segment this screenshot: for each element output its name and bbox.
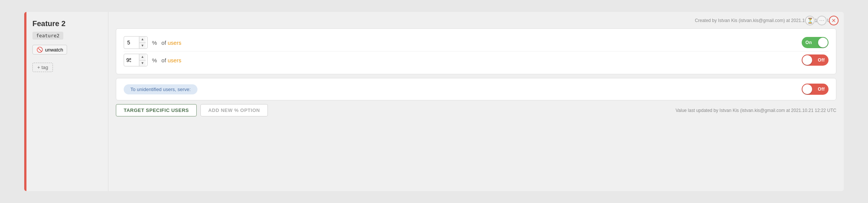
unidentified-row: To unidentified users, serve: Off (124, 84, 829, 95)
updated-meta: Value last updated by Istvan Kis (istvan… (272, 108, 836, 113)
feature-slug: feature2 (32, 32, 63, 40)
of-label-2: of users (161, 57, 181, 63)
percent-sign-2: % (152, 57, 157, 63)
users-link-2[interactable]: users (168, 57, 181, 63)
left-panel: Feature 2 feature2 🚫 unwatch + tag (26, 12, 108, 191)
spin-buttons-2: ▲ ▼ (139, 54, 146, 66)
toggle-2[interactable]: Off (802, 54, 829, 66)
created-meta: Created by Istvan Kis (istvan.kis@gmail.… (116, 18, 836, 23)
bottom-bar: TARGET SPECIFIC USERS ADD NEW % OPTION V… (116, 104, 836, 116)
eye-icon: 🚫 (37, 47, 43, 53)
users-link-1[interactable]: users (168, 40, 181, 46)
toggle-knob-2 (802, 55, 812, 65)
spin-down-1[interactable]: ▼ (139, 43, 146, 49)
toggle-off-unidentified[interactable]: Off (802, 84, 829, 95)
add-tag-button[interactable]: + tag (32, 63, 53, 72)
unwatch-button[interactable]: 🚫 unwatch (32, 45, 67, 54)
toggle-unidentified[interactable]: Off (802, 84, 829, 95)
close-icon[interactable]: ✕ (829, 16, 839, 25)
feature-title: Feature 2 (32, 19, 102, 28)
spin-buttons-1: ▲ ▼ (139, 36, 146, 49)
percent-input-1[interactable]: ▲ ▼ (124, 36, 148, 49)
percent-value-1[interactable] (124, 39, 139, 46)
toggle-off-2[interactable]: Off (802, 54, 829, 66)
add-new-option-button[interactable]: ADD NEW % OPTION (200, 104, 268, 116)
percent-rows-card: ▲ ▼ % of users On (116, 28, 836, 74)
toggle-1[interactable]: On (802, 37, 829, 48)
main-content: ⏳ ⋯ ✕ Created by Istvan Kis (istvan.kis@… (108, 12, 844, 191)
percent-value-2[interactable] (124, 56, 139, 64)
spin-up-2[interactable]: ▲ (139, 54, 146, 60)
serve-badge: To unidentified users, serve: (124, 84, 197, 94)
percent-input-2[interactable]: ▲ ▼ (124, 54, 148, 66)
main-panel: Feature 2 feature2 🚫 unwatch + tag ⏳ ⋯ ✕… (24, 12, 844, 191)
history-icon[interactable]: ⏳ (805, 16, 815, 25)
spin-down-2[interactable]: ▼ (139, 60, 146, 67)
percent-row-2: ▲ ▼ % of users Off (124, 51, 829, 69)
toggle-knob-unidentified (802, 84, 812, 94)
toggle-knob-1 (818, 38, 828, 47)
toggle-on-1[interactable]: On (802, 37, 829, 48)
percent-row-1: ▲ ▼ % of users On (124, 34, 829, 51)
target-specific-users-button[interactable]: TARGET SPECIFIC USERS (116, 104, 197, 116)
spin-up-1[interactable]: ▲ (139, 36, 146, 43)
unidentified-card: To unidentified users, serve: Off (116, 78, 836, 100)
menu-icon[interactable]: ⋯ (817, 16, 827, 25)
top-icons: ⏳ ⋯ ✕ (805, 16, 839, 25)
of-label-1: of users (161, 40, 181, 46)
percent-sign-1: % (152, 40, 157, 46)
